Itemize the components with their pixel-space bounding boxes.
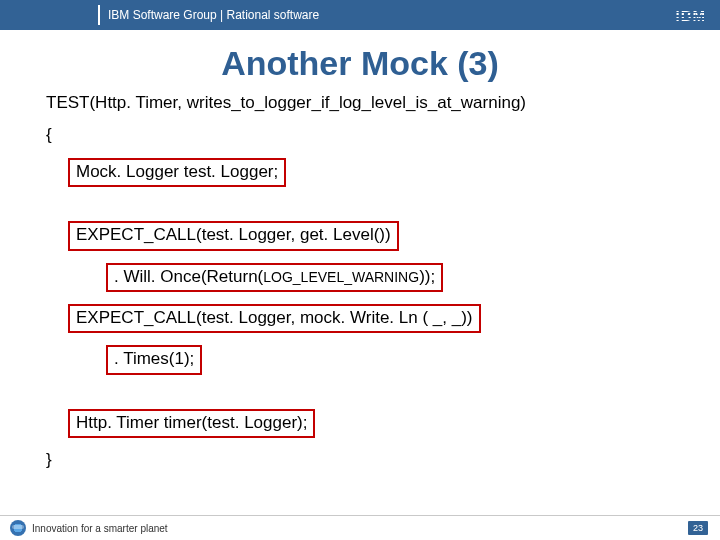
code-line-expect-getlevel: EXPECT_CALL(test. Logger, get. Level()) [46,221,674,250]
willonce-suffix: )); [419,267,435,286]
code-line-expect-writeln: EXPECT_CALL(test. Logger, mock. Write. L… [46,304,674,333]
boxed-times: . Times(1); [106,345,202,374]
code-line-timer-ctor: Http. Timer timer(test. Logger); [46,409,674,438]
boxed-expect-getlevel: EXPECT_CALL(test. Logger, get. Level()) [68,221,399,250]
boxed-willonce: . Will. Once(Return(LOG_LEVEL_WARNING)); [106,263,443,292]
banner-divider [98,5,100,25]
code-line-close-brace: } [46,450,674,470]
slide-title: Another Mock (3) [0,44,720,83]
boxed-mock-decl: Mock. Logger test. Logger; [68,158,286,187]
code-line-mock-decl: Mock. Logger test. Logger; [46,158,674,187]
page-number: 23 [693,523,703,533]
code-line-test: TEST(Http. Timer, writes_to_logger_if_lo… [46,93,674,113]
page-number-badge: 23 [688,521,708,535]
banner-left: IBM Software Group | Rational software [0,0,319,30]
footer-tagline: Innovation for a smarter planet [32,523,168,534]
code-line-willonce: . Will. Once(Return(LOG_LEVEL_WARNING)); [46,263,674,292]
top-banner: IBM Software Group | Rational software I… [0,0,720,30]
code-line-open-brace: { [46,125,674,145]
footer-left: Innovation for a smarter planet [10,520,168,536]
willonce-const: LOG_LEVEL_WARNING [263,269,419,285]
globe-icon [10,520,26,536]
boxed-expect-writeln: EXPECT_CALL(test. Logger, mock. Write. L… [68,304,481,333]
ibm-logo: IBM [676,7,707,24]
code-line-times: . Times(1); [46,345,674,374]
code-block: TEST(Http. Timer, writes_to_logger_if_lo… [46,93,674,471]
willonce-prefix: . Will. Once(Return( [114,267,263,286]
boxed-timer-ctor: Http. Timer timer(test. Logger); [68,409,315,438]
banner-text: IBM Software Group | Rational software [108,8,319,22]
footer: Innovation for a smarter planet 23 [0,515,720,540]
ibm-logo-text: IBM [676,7,707,24]
